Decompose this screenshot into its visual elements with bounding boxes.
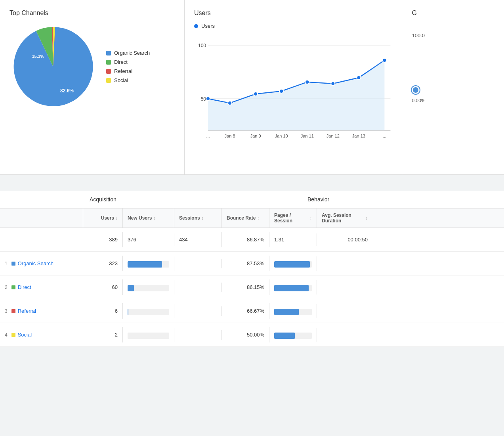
total-row: 389 376 434 86.87% 1.31 00:00:50 — [0, 228, 504, 252]
total-avg-cell: 00:00:50 — [317, 232, 372, 247]
svg-text:Jan 12: Jan 12 — [326, 134, 340, 138]
spacer — [0, 175, 504, 183]
channel-color-dot — [11, 285, 15, 289]
new-users-bar-fill — [128, 261, 162, 268]
third-panel-line — [412, 86, 494, 94]
pages-cell — [269, 256, 317, 271]
users-cell: 2 — [83, 327, 123, 342]
total-pages-cell: 1.31 — [269, 233, 317, 246]
legend-label-social: Social — [114, 77, 128, 83]
pages-bar — [274, 333, 312, 339]
users-dot — [194, 24, 198, 28]
section-headers: Acquisition Behavior — [0, 191, 504, 208]
legend-item-social: Social — [106, 77, 150, 83]
table-row: 4 Social 2 50.00% — [0, 323, 504, 347]
channel-link[interactable]: Social — [18, 332, 32, 338]
col-header-bounce[interactable]: Bounce Rate ↕ — [222, 208, 269, 228]
legend-item-organic: Organic Search — [106, 50, 150, 56]
svg-text:50: 50 — [201, 96, 206, 102]
svg-point-9 — [228, 101, 232, 105]
row-number: 1 — [5, 261, 8, 266]
pie-legend: Organic Search Direct Referral Social — [106, 50, 150, 83]
svg-text:Jan 8: Jan 8 — [225, 134, 235, 138]
avg-cell — [317, 283, 372, 292]
third-panel-ymax: 100.0 — [412, 33, 494, 38]
table-row: 2 Direct 60 86.15% — [0, 275, 504, 299]
svg-text:Jan 9: Jan 9 — [250, 134, 261, 138]
sessions-cell — [174, 259, 222, 268]
channel-link[interactable]: Organic Search — [18, 260, 53, 266]
pages-bar-fill — [274, 333, 295, 339]
users-value: 2 — [115, 332, 118, 338]
svg-marker-7 — [208, 60, 384, 130]
legend-color-referral — [106, 69, 111, 74]
svg-text:100: 100 — [198, 43, 206, 48]
col-header-new-users[interactable]: New Users ↕ — [123, 208, 174, 228]
sessions-cell — [174, 283, 222, 292]
channel-cell: 4 Social — [0, 327, 83, 342]
svg-point-10 — [254, 92, 258, 96]
legend-label-referral: Referral — [114, 68, 132, 74]
avg-sort-icon: ↕ — [366, 216, 368, 220]
channel-link[interactable]: Referral — [18, 308, 36, 314]
sessions-cell — [174, 330, 222, 340]
channel-cell: 2 Direct — [0, 279, 83, 295]
bounce-value: 87.53% — [247, 260, 264, 266]
empty-header — [0, 191, 83, 208]
new-users-cell — [123, 280, 174, 294]
users-panel: Users Users 100 50 — [185, 0, 402, 174]
acquisition-header: Acquisition — [83, 191, 301, 208]
col-header-pages[interactable]: Pages / Session ↕ — [269, 208, 317, 228]
table-row: 3 Referral 6 66.67% — [0, 299, 504, 323]
users-cell: 6 — [83, 303, 123, 319]
svg-point-11 — [279, 89, 283, 93]
channel-cell: 1 Organic Search — [0, 256, 83, 271]
new-users-bar — [128, 309, 169, 315]
avg-cell — [317, 259, 372, 268]
avg-cell — [317, 330, 372, 340]
col-header-avg[interactable]: Avg. Session Duration ↕ — [317, 208, 372, 228]
users-sort-icon: ↓ — [116, 216, 118, 220]
bounce-cell: 87.53% — [222, 256, 269, 271]
users-line-chart: 100 50 — [194, 35, 392, 146]
new-users-cell — [123, 256, 174, 271]
pages-bar — [274, 309, 312, 315]
pages-cell — [269, 304, 317, 318]
row-number: 3 — [5, 308, 8, 314]
row-number: 2 — [5, 285, 8, 290]
total-sessions-cell: 434 — [174, 232, 222, 247]
bounce-value: 66.67% — [247, 308, 264, 314]
svg-point-8 — [206, 97, 210, 101]
users-value: 6 — [115, 308, 118, 314]
top-charts-section: Top Channels 82.6% 15.3% — [0, 0, 504, 175]
pages-sort-icon: ↕ — [310, 216, 312, 220]
col-header-users[interactable]: Users ↓ — [83, 208, 123, 228]
table-wrapper: Acquisition Behavior Users ↓ New Users ↕… — [0, 191, 504, 347]
legend-color-social — [106, 78, 111, 83]
new-users-bar — [128, 333, 169, 339]
bounce-sort-icon: ↕ — [257, 216, 259, 220]
svg-point-15 — [382, 58, 386, 62]
new-users-cell — [123, 304, 174, 318]
channel-color-dot — [11, 309, 15, 313]
bounce-value: 50.00% — [247, 332, 264, 338]
row-number: 4 — [5, 332, 8, 338]
bottom-table-section: Acquisition Behavior Users ↓ New Users ↕… — [0, 191, 504, 347]
table-rows: 1 Organic Search 323 87.53% 2 Direct — [0, 252, 504, 347]
bounce-cell: 86.15% — [222, 279, 269, 295]
column-headers: Users ↓ New Users ↕ Sessions ↕ Bounce Ra… — [0, 208, 504, 228]
legend-color-direct — [106, 60, 111, 65]
legend-label-direct: Direct — [114, 59, 128, 65]
pages-bar-fill — [274, 309, 299, 315]
svg-text:15.3%: 15.3% — [32, 54, 44, 59]
new-users-bar — [128, 261, 169, 268]
channel-link[interactable]: Direct — [18, 284, 31, 290]
svg-text:...: ... — [383, 134, 386, 138]
users-cell: 323 — [83, 256, 123, 271]
legend-item-referral: Referral — [106, 68, 150, 74]
bounce-cell: 50.00% — [222, 327, 269, 342]
svg-text:Jan 13: Jan 13 — [352, 134, 365, 138]
col-header-sessions[interactable]: Sessions ↕ — [174, 208, 222, 228]
pages-bar — [274, 285, 312, 291]
pages-bar — [274, 261, 312, 268]
